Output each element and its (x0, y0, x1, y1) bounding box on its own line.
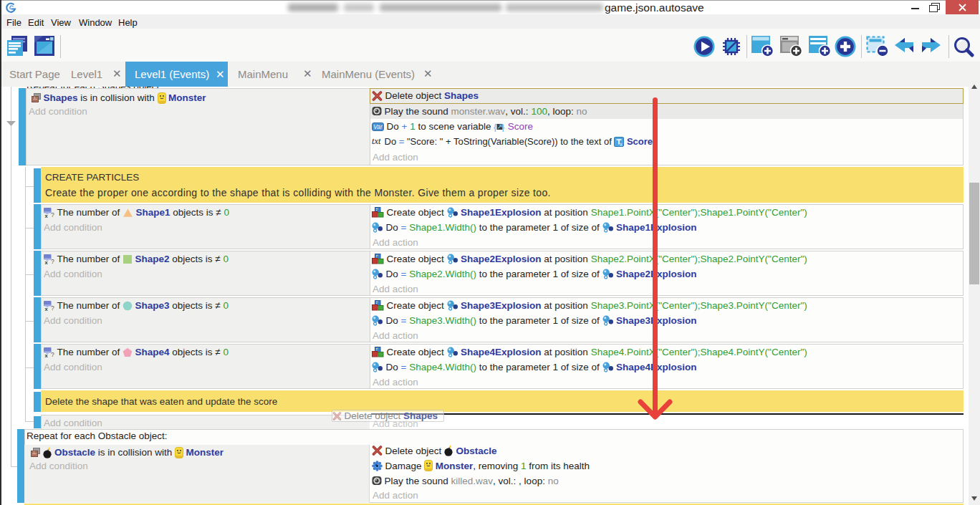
svg-text:}: } (501, 122, 505, 132)
svg-text:Var: Var (373, 123, 383, 130)
svg-text:?: ? (51, 211, 54, 218)
svg-text:?: ? (51, 258, 54, 264)
svg-text:{: { (494, 122, 497, 132)
svg-text:?: ? (51, 351, 54, 357)
svg-text:?: ? (51, 304, 54, 311)
